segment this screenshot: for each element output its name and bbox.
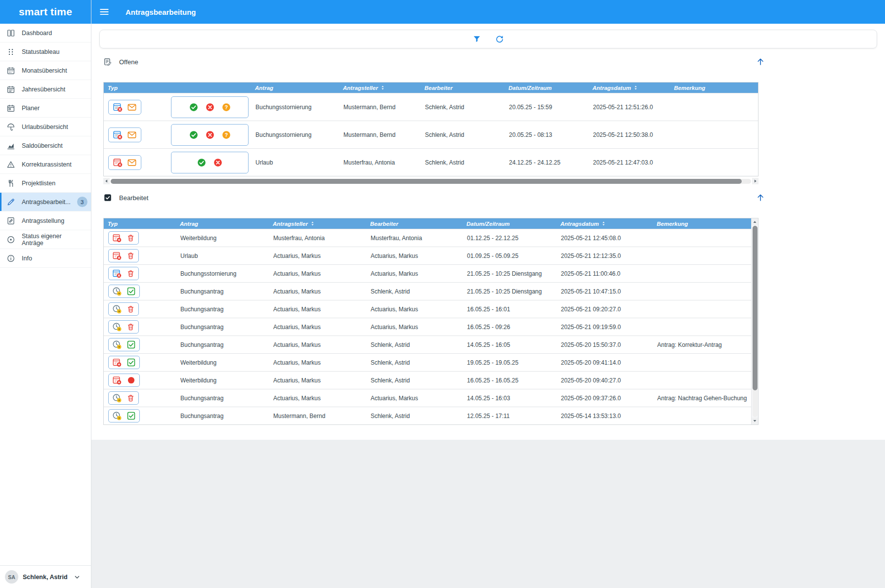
column-label: Antragsteller <box>343 85 378 91</box>
bearbeitet-table-row: BuchungsantragActuarius, MarkusSchlenk, … <box>104 336 751 353</box>
cell-antragsdatum: 2025-05-20 09:37:26.0 <box>556 395 653 402</box>
menu-toggle-button[interactable] <box>99 6 110 17</box>
sidebar-item-korrekturassistent[interactable]: Korrekturassistent <box>0 155 91 174</box>
approve-button[interactable] <box>197 158 206 167</box>
column-header-typ: Typ <box>104 85 169 91</box>
cell-antragsteller: Mustermann, Bernd <box>339 131 421 138</box>
column-header-datum-zeitraum: Datum/Zeitraum <box>463 221 556 227</box>
refresh-button[interactable] <box>495 34 505 44</box>
arrow-up-icon <box>756 57 765 66</box>
typ-icons-box <box>108 320 139 334</box>
clock-icon <box>112 304 122 314</box>
sidebar-item-info[interactable]: Info <box>0 249 91 268</box>
dashboard-icon <box>6 29 15 38</box>
sidebar-item-urlaubsübersicht[interactable]: Urlaubsübersicht <box>0 118 91 136</box>
vscroll-thumb[interactable] <box>753 226 758 390</box>
horizontal-scrollbar[interactable] <box>103 178 759 184</box>
query-button[interactable]: ? <box>222 103 231 112</box>
sidebar-item-saldoübersicht[interactable]: Saldoübersicht <box>0 136 91 155</box>
hscroll-thumb[interactable] <box>111 179 742 184</box>
cell-bearbeiter: Actuarius, Markus <box>366 270 463 277</box>
collapse-offene-button[interactable] <box>756 57 765 66</box>
bearbeitet-table-row: BuchungsstornierungActuarius, MarkusActu… <box>104 264 751 282</box>
approved-icon <box>126 358 136 367</box>
sidebar-item-label: Antragsstellung <box>22 217 64 224</box>
avatar: SA <box>5 570 18 584</box>
approve-button[interactable] <box>189 130 198 139</box>
column-label: Typ <box>108 221 118 227</box>
hscroll-track[interactable] <box>111 179 751 184</box>
filter-toolbar <box>99 30 877 48</box>
column-header-bearbeiter: Bearbeiter <box>366 221 463 227</box>
envelope-icon <box>127 158 137 168</box>
cell-antragsdatum: 2025-05-21 09:20:27.0 <box>556 306 653 313</box>
trash-icon <box>126 304 135 314</box>
cell-zeitraum: 19.05.25 - 19.05.25 <box>463 359 556 366</box>
delete-button[interactable] <box>126 305 135 313</box>
sidebar-item-monatsübersicht[interactable]: Monatsübersicht <box>0 61 91 80</box>
sidebar-item-projektlisten[interactable]: Projektlisten <box>0 174 91 193</box>
bearbeitet-table-body: WeiterbildungMusterfrau, AntoniaMusterfr… <box>104 229 751 424</box>
reject-button[interactable] <box>206 103 214 112</box>
offene-table: TypAntragAntragstellerBearbeiterDatum/Ze… <box>103 82 759 176</box>
delete-button[interactable] <box>126 252 135 260</box>
sidebar-item-statustableau[interactable]: Statustableau <box>0 42 91 61</box>
vertical-scrollbar[interactable] <box>751 218 758 424</box>
delete-button[interactable] <box>126 234 135 242</box>
user-menu[interactable]: SA Schlenk, Astrid <box>0 565 91 588</box>
bearbeitet-table-row: WeiterbildungActuarius, MarkusSchlenk, A… <box>104 353 751 371</box>
collapse-bearbeitet-button[interactable] <box>756 193 765 202</box>
clock-icon <box>112 287 122 296</box>
sidebar-item-planer[interactable]: Planer <box>0 99 91 118</box>
offene-section: Offene TypAntragAntragstellerBearbeiterD… <box>103 57 765 184</box>
scroll-left-button[interactable] <box>103 178 110 184</box>
arrow-up-icon <box>756 193 765 202</box>
bearbeitet-checkbox[interactable] <box>103 193 112 202</box>
calendar-month-icon <box>6 66 15 75</box>
bearbeitet-table-row: BuchungsantragActuarius, MarkusActuarius… <box>104 389 751 407</box>
delete-button[interactable] <box>126 323 135 331</box>
envelope-icon <box>127 130 137 140</box>
scroll-down-button[interactable] <box>752 418 758 424</box>
actions-box: ? <box>171 124 249 146</box>
bearbeitet-table-row: BuchungsantragActuarius, MarkusSchlenk, … <box>104 282 751 300</box>
delete-button[interactable] <box>126 394 135 402</box>
column-header-antragsteller[interactable]: Antragsteller <box>339 85 421 91</box>
cell-antragsteller: Actuarius, Markus <box>269 306 366 313</box>
reject-button[interactable] <box>206 130 214 139</box>
balance-chart-icon <box>6 141 15 150</box>
column-header-antragsteller[interactable]: Antragsteller <box>269 221 366 227</box>
offene-table-row: ?BuchungsstornierungMustermann, BerndSch… <box>104 93 758 121</box>
sidebar-item-antragsbearbeit[interactable]: Antragsbearbeit...3 <box>0 193 91 211</box>
approve-button[interactable] <box>189 103 198 112</box>
filter-button[interactable] <box>472 34 482 44</box>
vscroll-track[interactable] <box>753 226 758 417</box>
column-header-datum-zeitraum: Datum/Zeitraum <box>505 85 589 91</box>
reject-button[interactable] <box>213 158 222 167</box>
filter-icon <box>472 34 482 44</box>
column-header-antragsdatum[interactable]: Antragsdatum <box>556 221 653 227</box>
training-icon <box>112 376 122 385</box>
svg-text:?: ? <box>224 131 227 137</box>
sidebar-item-dashboard[interactable]: Dashboard <box>0 24 91 42</box>
triangle-right-icon <box>753 178 758 184</box>
scroll-up-button[interactable] <box>752 219 758 225</box>
cell-antragsteller: Actuarius, Markus <box>269 252 366 259</box>
cell-bearbeiter: Schlenk, Astrid <box>366 377 463 384</box>
delete-button[interactable] <box>126 269 135 278</box>
vacation-icon <box>112 251 122 260</box>
sidebar-item-jahresübersicht[interactable]: Jahresübersicht <box>0 80 91 99</box>
sidebar-item-label: Planer <box>22 105 40 112</box>
cell-antragsteller: Actuarius, Markus <box>269 270 366 277</box>
query-button[interactable]: ? <box>222 130 231 139</box>
clock-icon <box>112 322 122 332</box>
scroll-right-button[interactable] <box>752 178 759 184</box>
trash-icon <box>126 322 135 332</box>
sidebar-item-status-eigener-anträge[interactable]: Status eigener Anträge <box>0 230 91 249</box>
vacation-icon <box>113 158 123 168</box>
column-header-antragsdatum[interactable]: Antragsdatum <box>589 85 670 91</box>
sidebar-item-antragsstellung[interactable]: Antragsstellung <box>0 211 91 230</box>
sidebar-badge: 3 <box>77 197 87 207</box>
projects-icon <box>6 179 15 188</box>
bearbeitet-table-header: TypAntragAntragstellerBearbeiterDatum/Ze… <box>104 218 751 229</box>
